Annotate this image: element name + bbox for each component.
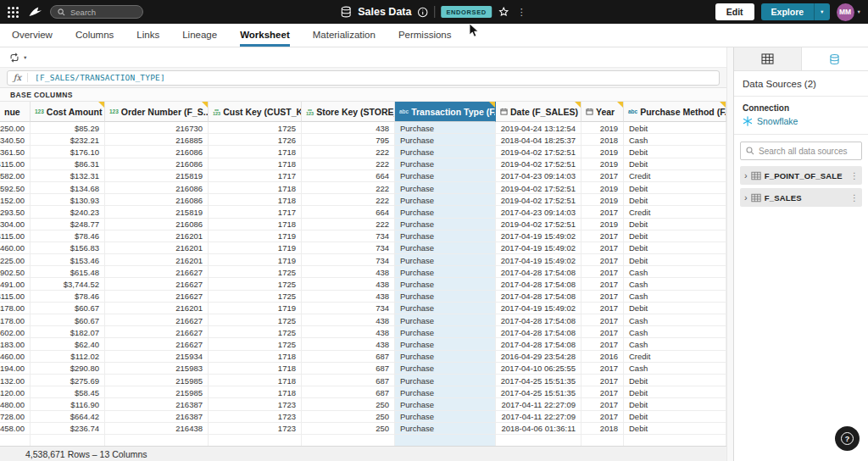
table-cell[interactable]: $664.42 <box>31 411 105 422</box>
table-cell[interactable]: 438 <box>302 326 395 337</box>
table-cell[interactable]: 216086 <box>105 194 209 205</box>
table-cell[interactable] <box>105 435 209 446</box>
table-cell[interactable]: 2017-04-23 09:14:03 <box>496 206 581 217</box>
table-cell[interactable]: 2019-04-02 17:52:51 <box>496 158 581 169</box>
table-cell[interactable]: $183.00 <box>0 338 31 349</box>
table-cell[interactable]: Purchase <box>395 326 496 337</box>
connection-name[interactable]: Snowflake <box>757 116 798 126</box>
table-cell[interactable]: 2017 <box>581 326 624 337</box>
table-cell[interactable]: Cash <box>624 338 726 349</box>
table-cell[interactable]: 2017 <box>581 411 624 422</box>
table-cell[interactable]: 1718 <box>209 375 302 386</box>
table-cell[interactable]: 1717 <box>209 206 302 217</box>
table-cell[interactable]: 1725 <box>209 326 302 337</box>
table-cell[interactable]: Purchase <box>395 338 496 349</box>
table-cell[interactable]: Purchase <box>395 122 496 133</box>
table-cell[interactable] <box>0 435 31 446</box>
table-cell[interactable]: 216201 <box>105 242 209 253</box>
table-cell[interactable] <box>302 435 395 446</box>
table-cell[interactable]: 250 <box>302 411 395 422</box>
table-cell[interactable]: Purchase <box>395 146 496 157</box>
table-cell[interactable]: 1717 <box>209 170 302 181</box>
table-cell[interactable]: 2019-04-24 13:12:54 <box>496 122 581 133</box>
table-cell[interactable]: $1,132.00 <box>0 375 31 386</box>
table-cell[interactable]: 2017 <box>581 266 624 277</box>
table-cell[interactable]: Cash <box>624 278 726 289</box>
table-cell[interactable]: $85.29 <box>31 122 105 133</box>
table-cell[interactable]: 687 <box>302 386 395 397</box>
table-cell[interactable]: 2017-04-28 17:54:08 <box>496 314 581 325</box>
table-cell[interactable]: $3,744.52 <box>31 278 105 289</box>
table-cell[interactable]: 1718 <box>209 351 302 362</box>
table-cell[interactable]: $1,458.00 <box>0 423 31 434</box>
table-cell[interactable]: 1726 <box>209 134 302 145</box>
table-cell[interactable]: $178.00 <box>0 303 31 314</box>
table-cell[interactable]: 2017-04-25 15:51:35 <box>496 375 581 386</box>
table-cell[interactable]: 687 <box>302 351 395 362</box>
table-cell[interactable]: $290.80 <box>31 363 105 374</box>
table-cell[interactable]: Cash <box>624 314 726 325</box>
table-cell[interactable]: $240.23 <box>31 206 105 217</box>
table-cell[interactable]: 1725 <box>209 278 302 289</box>
table-cell[interactable]: 2019 <box>581 146 624 157</box>
column-header-transaction-type-f[interactable]: abcTransaction Type (F... <box>395 102 496 122</box>
table-cell[interactable]: 215819 <box>105 206 209 217</box>
table-cell[interactable]: 1725 <box>209 266 302 277</box>
column-header-nue[interactable]: nue <box>0 102 31 122</box>
table-cell[interactable]: 216201 <box>105 303 209 314</box>
table-cell[interactable]: Purchase <box>395 206 496 217</box>
table-cell[interactable]: 2017 <box>581 254 624 265</box>
tab-materialization[interactable]: Materialization <box>313 24 376 47</box>
table-cell[interactable]: $304.00 <box>0 219 31 230</box>
formula-input[interactable]: ƒx [F_SALES/TRANSACTION_TYPE] <box>7 70 720 86</box>
table-cell[interactable]: 1719 <box>209 303 302 314</box>
table-cell[interactable]: Purchase <box>395 375 496 386</box>
table-cell[interactable]: Debit <box>624 303 726 314</box>
table-cell[interactable]: $582.00 <box>0 170 31 181</box>
table-cell[interactable]: 2017 <box>581 398 624 409</box>
table-cell[interactable]: Debit <box>624 146 726 157</box>
sync-icon[interactable] <box>8 52 20 64</box>
column-header-cust-key-cust-key[interactable]: ∞123Cust Key (CUST_KEY... <box>209 102 302 122</box>
tab-permissions[interactable]: Permissions <box>398 24 452 47</box>
table-cell[interactable]: Debit <box>624 423 726 434</box>
table-cell[interactable]: $115.00 <box>0 230 31 242</box>
table-cell[interactable]: 734 <box>302 303 395 314</box>
column-header-cost-amount[interactable]: 123Cost Amount <box>31 102 105 122</box>
table-cell[interactable]: 2016 <box>581 351 624 362</box>
table-cell[interactable]: 216086 <box>105 182 209 193</box>
table-cell[interactable]: $58.45 <box>31 386 105 397</box>
table-cell[interactable]: 215985 <box>105 386 209 397</box>
table-cell[interactable]: 2018-04-06 01:36:11 <box>496 423 581 434</box>
table-cell[interactable]: Purchase <box>395 386 496 397</box>
table-cell[interactable]: 216438 <box>105 423 209 434</box>
user-menu-caret-icon[interactable]: ▼ <box>857 9 861 14</box>
table-cell[interactable]: Purchase <box>395 230 496 242</box>
kebab-menu-icon[interactable]: ⋮ <box>515 7 528 18</box>
table-cell[interactable]: 2018 <box>581 134 624 145</box>
table-cell[interactable]: 216086 <box>105 146 209 157</box>
table-cell[interactable] <box>581 435 624 446</box>
column-header-purchase-method-f[interactable]: abcPurchase Method (F... <box>624 102 726 122</box>
table-cell[interactable]: Purchase <box>395 194 496 205</box>
table-cell[interactable]: 250 <box>302 423 395 434</box>
table-cell[interactable]: 2017-04-19 15:49:02 <box>496 242 581 253</box>
sync-dropdown-caret-icon[interactable]: ▼ <box>23 55 27 60</box>
table-cell[interactable]: Debit <box>624 411 726 422</box>
table-cell[interactable]: 2017 <box>581 338 624 349</box>
table-cell[interactable]: 664 <box>302 170 395 181</box>
data-source-search[interactable] <box>740 142 862 160</box>
table-cell[interactable]: $78.46 <box>31 230 105 242</box>
table-cell[interactable]: $592.50 <box>0 182 31 193</box>
table-cell[interactable]: 2017-04-28 17:54:08 <box>496 278 581 289</box>
search-input[interactable] <box>70 8 136 17</box>
table-cell[interactable]: Cash <box>624 363 726 374</box>
tab-lineage[interactable]: Lineage <box>182 24 217 47</box>
table-cell[interactable]: $5,491.00 <box>0 278 31 289</box>
table-cell[interactable]: $1,602.00 <box>0 326 31 337</box>
table-cell[interactable]: 2017-04-28 17:54:08 <box>496 266 581 277</box>
table-cell[interactable]: 2019 <box>581 122 624 133</box>
table-cell[interactable]: 2017 <box>581 303 624 314</box>
table-cell[interactable]: 216627 <box>105 338 209 349</box>
table-cell[interactable]: 1719 <box>209 242 302 253</box>
